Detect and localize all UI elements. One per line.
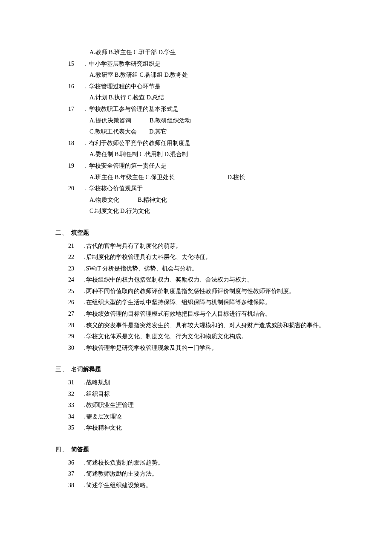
dot: . bbox=[84, 345, 85, 351]
q20-options-row2: C.制度文化 D.行为文化 bbox=[89, 206, 358, 217]
short-answer-list: 36.简述校长负责制的发展趋势。37.简述教师激励的主要方法。38.简述学生组织… bbox=[64, 457, 358, 491]
dot: . bbox=[85, 61, 87, 67]
q15-options: A.教研室 B.教研组 C.备课组 D.教务处 bbox=[89, 70, 358, 81]
fill-item: 26.在组织大型的学生活动中坚持保障、组织保障与机制保障等多维保障。 bbox=[68, 297, 358, 308]
option-c: C.教职工代表大会 bbox=[89, 126, 137, 138]
dot: . bbox=[84, 471, 85, 477]
fill-item: 25.两种不同价值取向的教师评价制度是指奖惩性教师评价制度与性教师评价制度。 bbox=[68, 286, 358, 297]
q16-options: A.计划 B.执行 C.检查 D.总结 bbox=[89, 92, 358, 104]
item-text: 学校绩效管理的目标管理模式有效地把目标与个人目标进行有机结合。 bbox=[86, 311, 271, 317]
item-text: 简述教师激励的主要方法。 bbox=[86, 471, 158, 477]
option-a: A.物质文化 bbox=[89, 195, 119, 206]
dot: . bbox=[84, 413, 85, 420]
term-item: 33.教师职业生涯管理 bbox=[68, 400, 358, 411]
item-number: 33 bbox=[68, 400, 78, 411]
item-number: 26 bbox=[68, 297, 78, 308]
q19: 19 . 学校安全管理的第一责任人是 bbox=[68, 160, 358, 172]
short-item: 36.简述校长负责制的发展趋势。 bbox=[68, 457, 358, 469]
item-text: 学校组织中的权力包括强制权力、奖励权力、合法权力与权力。 bbox=[86, 276, 253, 283]
item-text: 学校管理学是研究学校管理现象及其的一门学科。 bbox=[86, 345, 217, 351]
fill-item: 21.古代的官学与具有了制度化的萌芽。 bbox=[68, 241, 358, 252]
dot: . bbox=[84, 276, 85, 283]
option-abc: A.班主任 B.年级主任 C.保卫处长 bbox=[89, 174, 175, 180]
question-number: 18 bbox=[68, 138, 78, 149]
question-number: 16 bbox=[68, 81, 78, 93]
item-number: 21 bbox=[68, 241, 78, 252]
q14-options: A.教师 B.班主任 C.班干部 D.学生 bbox=[89, 47, 358, 58]
item-number: 36 bbox=[68, 457, 78, 469]
dot: . bbox=[84, 311, 85, 317]
question-stem: 学校管理过程的中心环节是 bbox=[89, 83, 161, 90]
dot: . bbox=[85, 185, 87, 192]
dot: . bbox=[84, 402, 85, 408]
dot: . bbox=[85, 163, 87, 169]
q18: 18 . 有利于教师公平竞争的教师任用制度是 bbox=[68, 138, 358, 149]
item-number: 22 bbox=[68, 252, 78, 263]
fill-item: 29.学校文化体系是文化、制度文化、行为文化和物质文化构成。 bbox=[68, 331, 358, 343]
q17: 17 . 学校教职工参与管理的基本形式是 bbox=[68, 104, 358, 115]
fill-item: 22.后制度化的学校管理具有去科层化、去化特征。 bbox=[68, 252, 358, 263]
content-area: A.教师 B.班主任 C.班干部 D.学生 15 . 中小学基层教学研究组织是 … bbox=[64, 47, 358, 491]
item-number: 38 bbox=[68, 480, 78, 491]
fill-item: 24.学校组织中的权力包括强制权力、奖励权力、合法权力与权力。 bbox=[68, 274, 358, 286]
dot: . bbox=[84, 424, 85, 431]
section-title-bold: 解释题 bbox=[83, 366, 101, 372]
fill-item: 28.狭义的突发事件是指突然发生的、具有较大规模和的、对人身财产造成威胁和损害的… bbox=[68, 320, 358, 331]
question-number: 17 bbox=[68, 104, 78, 115]
fill-blank-list: 21.古代的官学与具有了制度化的萌芽。22.后制度化的学校管理具有去科层化、去化… bbox=[64, 241, 358, 354]
section-title: 填空题 bbox=[71, 230, 89, 236]
item-number: 35 bbox=[68, 422, 78, 434]
item-number: 31 bbox=[68, 377, 78, 389]
item-number: 25 bbox=[68, 286, 78, 297]
question-number: 19 bbox=[68, 160, 78, 172]
item-text: 在组织大型的学生活动中坚持保障、组织保障与机制保障等多维保障。 bbox=[86, 299, 271, 305]
question-stem: 有利于教师公平竞争的教师任用制度是 bbox=[89, 140, 190, 146]
option-b: B.精神文化 bbox=[138, 195, 167, 206]
item-text: 狭义的突发事件是指突然发生的、具有较大规模和的、对人身财产造成威胁和损害的事件。 bbox=[86, 322, 325, 328]
dot: . bbox=[84, 322, 85, 328]
term-item: 31.战略规划 bbox=[68, 377, 358, 389]
q17-options-row2: C.教职工代表大会 D.其它 bbox=[89, 126, 358, 138]
item-text: 简述校长负责制的发展趋势。 bbox=[86, 459, 164, 466]
question-stem: 学校教职工参与管理的基本形式是 bbox=[89, 106, 179, 112]
fill-item: 23.SWoT 分析是指优势、劣势、机会与分析。 bbox=[68, 263, 358, 275]
option-d: D.其它 bbox=[149, 126, 167, 138]
short-item: 38.简述学生组织建设策略。 bbox=[68, 480, 358, 491]
dot: . bbox=[84, 459, 85, 466]
item-number: 27 bbox=[68, 308, 78, 320]
item-number: 32 bbox=[68, 389, 78, 400]
terms-list: 31.战略规划32.组织目标33.教师职业生涯管理34.需要层次理论35.学校精… bbox=[64, 377, 358, 434]
question-number: 15 bbox=[68, 58, 78, 70]
section-title: 简答题 bbox=[71, 446, 89, 453]
dot: . bbox=[84, 333, 85, 340]
dot: . bbox=[85, 140, 87, 146]
dot: . bbox=[84, 265, 85, 272]
item-text: SWoT 分析是指优势、劣势、机会与分析。 bbox=[86, 265, 198, 272]
question-stem: 学校核心价值观属于 bbox=[89, 185, 143, 192]
dot: . bbox=[84, 243, 85, 249]
term-item: 34.需要层次理论 bbox=[68, 411, 358, 423]
dot: . bbox=[84, 299, 85, 305]
section-label: 四、 bbox=[55, 446, 68, 453]
item-number: 23 bbox=[68, 263, 78, 275]
item-text: 组织目标 bbox=[86, 391, 110, 397]
item-number: 30 bbox=[68, 343, 78, 354]
option-b: B.教研组织活动 bbox=[150, 115, 191, 127]
q16: 16 . 学校管理过程的中心环节是 bbox=[68, 81, 358, 93]
dot: . bbox=[84, 391, 85, 397]
option-a: A.提供决策咨询 bbox=[89, 115, 131, 127]
dot: . bbox=[85, 106, 87, 112]
fill-item: 27.学校绩效管理的目标管理模式有效地把目标与个人目标进行有机结合。 bbox=[68, 308, 358, 320]
term-item: 35.学校精神文化 bbox=[68, 422, 358, 434]
dot: . bbox=[84, 288, 85, 294]
q20-options-row1: A.物质文化 B.精神文化 bbox=[89, 195, 358, 206]
q15: 15 . 中小学基层教学研究组织是 bbox=[68, 58, 358, 70]
item-text: 教师职业生涯管理 bbox=[86, 402, 134, 408]
question-stem: 学校安全管理的第一责任人是 bbox=[89, 163, 167, 169]
section-label: 二、 bbox=[55, 230, 68, 236]
dot: . bbox=[84, 482, 85, 488]
item-text: 学校文化体系是文化、制度文化、行为文化和物质文化构成。 bbox=[86, 333, 247, 340]
item-number: 29 bbox=[68, 331, 78, 343]
item-text: 学校精神文化 bbox=[86, 424, 122, 431]
section-label: 三、 bbox=[55, 366, 68, 372]
